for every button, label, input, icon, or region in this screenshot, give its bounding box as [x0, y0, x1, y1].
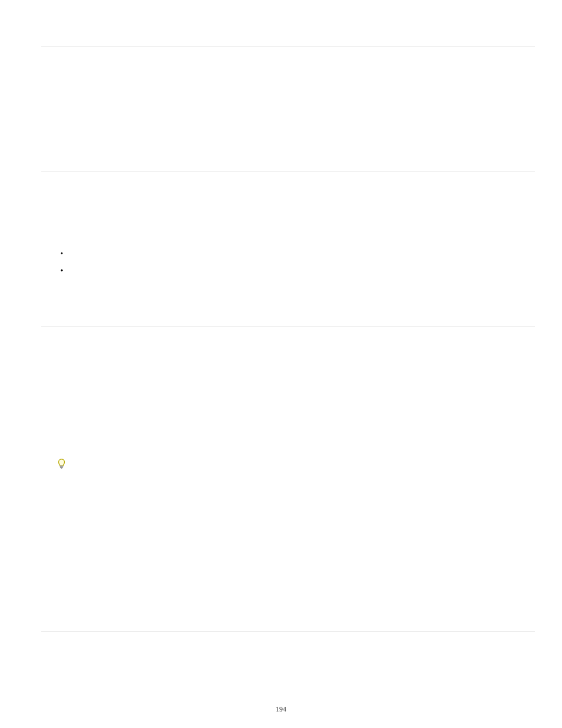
- page-number: 194: [0, 705, 562, 714]
- svg-rect-0: [60, 466, 63, 467]
- lightbulb-icon: [57, 459, 66, 469]
- document-page: 194: [0, 0, 562, 728]
- horizontal-divider: [41, 171, 535, 172]
- horizontal-divider: [41, 46, 535, 47]
- svg-rect-1: [61, 467, 63, 468]
- horizontal-divider: [41, 326, 535, 327]
- bullet-list: [61, 250, 71, 267]
- horizontal-divider: [41, 631, 535, 632]
